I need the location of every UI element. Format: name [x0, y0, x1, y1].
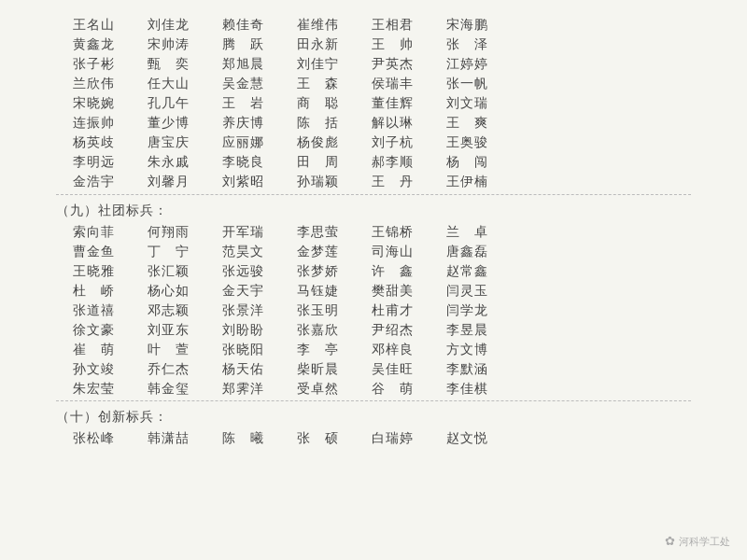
- name-cell: 马钰婕: [280, 283, 355, 300]
- name-cell: 甄 奕: [131, 56, 205, 73]
- name-cell: 陈 括: [280, 115, 355, 132]
- name-cell: 李昱晨: [430, 322, 504, 339]
- name-cell: 金天宇: [205, 283, 280, 300]
- name-cell: 杨心如: [131, 283, 205, 300]
- name-cell: 郑霁洋: [205, 381, 280, 398]
- name-cell: 江婷婷: [430, 56, 504, 73]
- name-cell: 金梦莲: [280, 244, 355, 260]
- table-row: 兰欣伟任大山吴金慧王 森侯瑞丰张一帆: [56, 76, 691, 92]
- divider-top-9: [56, 194, 691, 195]
- name-cell: 尹英杰: [355, 56, 430, 73]
- name-cell: 王伊楠: [430, 174, 504, 190]
- name-cell: 杨天佑: [205, 361, 280, 378]
- name-cell: 刘佳龙: [131, 17, 205, 34]
- name-cell: 张一帆: [430, 76, 504, 92]
- name-cell: 田 周: [280, 154, 355, 171]
- name-cell: 连振帅: [56, 115, 131, 132]
- name-cell: 田永新: [280, 36, 355, 53]
- name-cell: 索向菲: [56, 224, 131, 241]
- name-cell: 张远骏: [205, 263, 280, 280]
- table-row: 张松峰韩潇喆陈 曦张 硕白瑞婷赵文悦: [56, 430, 691, 447]
- name-cell: 叶 萱: [131, 342, 205, 358]
- table-row: 朱宏莹韩金玺郑霁洋受卓然谷 萌李佳棋: [56, 381, 691, 398]
- name-cell: 王晓雅: [56, 263, 131, 280]
- name-cell: 柴昕晨: [280, 361, 355, 378]
- name-cell: 孙瑞颖: [280, 174, 355, 190]
- name-cell: 张梦娇: [280, 263, 355, 280]
- name-cell: 董少博: [131, 115, 205, 132]
- name-cell: 刘亚东: [131, 322, 205, 339]
- top-names-block: 王名山刘佳龙赖佳奇崔维伟王相君宋海鹏黄鑫龙宋帅涛腾 跃田永新王 帅张 泽张子彬甄…: [56, 17, 691, 190]
- name-cell: 张嘉欣: [280, 322, 355, 339]
- name-cell: 张子彬: [56, 56, 131, 73]
- name-cell: 邓志颖: [131, 302, 205, 319]
- name-cell: 闫学龙: [430, 302, 504, 319]
- name-cell: 王奥骏: [430, 134, 504, 151]
- name-cell: 刘紫昭: [205, 174, 280, 190]
- name-cell: 杜 峤: [56, 283, 131, 300]
- name-cell: 王相君: [355, 17, 430, 34]
- name-cell: 韩金玺: [131, 381, 205, 398]
- name-cell: 张玉明: [280, 302, 355, 319]
- name-cell: 商 聪: [280, 95, 355, 112]
- section9-block: （九）社团标兵： 索向菲何翔雨开军瑞李思萤王锦桥兰 卓曹金鱼丁 宁范昊文金梦莲司…: [56, 194, 691, 401]
- table-row: 王名山刘佳龙赖佳奇崔维伟王相君宋海鹏: [56, 17, 691, 34]
- name-cell: 闫灵玉: [430, 283, 504, 300]
- name-cell: 杨 闯: [430, 154, 504, 171]
- name-cell: 刘文瑞: [430, 95, 504, 112]
- name-cell: 宋海鹏: [430, 17, 504, 34]
- name-cell: 吴佳旺: [355, 361, 430, 378]
- name-cell: 王 森: [280, 76, 355, 92]
- table-row: 宋晓婉孔几午王 岩商 聪董佳辉刘文瑞: [56, 95, 691, 112]
- table-row: 杨英歧唐宝庆应丽娜杨俊彪刘子杭王奥骏: [56, 134, 691, 151]
- section10-header: （十）创新标兵：: [56, 409, 691, 426]
- name-cell: 陈 曦: [205, 430, 280, 447]
- name-cell: 张景洋: [205, 302, 280, 319]
- name-cell: 董佳辉: [355, 95, 430, 112]
- table-row: 杜 峤杨心如金天宇马钰婕樊甜美闫灵玉: [56, 283, 691, 300]
- name-cell: 曹金鱼: [56, 244, 131, 260]
- name-cell: 李思萤: [280, 224, 355, 241]
- name-cell: 李 亭: [280, 342, 355, 358]
- name-cell: 樊甜美: [355, 283, 430, 300]
- table-row: 索向菲何翔雨开军瑞李思萤王锦桥兰 卓: [56, 224, 691, 241]
- name-cell: 孙文竣: [56, 361, 131, 378]
- name-cell: 李佳棋: [430, 381, 504, 398]
- name-cell: 侯瑞丰: [355, 76, 430, 92]
- name-cell: 张汇颖: [131, 263, 205, 280]
- name-cell: 张晓阳: [205, 342, 280, 358]
- name-cell: 白瑞婷: [355, 430, 430, 447]
- name-cell: 朱宏莹: [56, 381, 131, 398]
- name-cell: 王名山: [56, 17, 131, 34]
- name-cell: 杨俊彪: [280, 134, 355, 151]
- name-cell: 王锦桥: [355, 224, 430, 241]
- watermark-text: 河科学工处: [679, 535, 730, 549]
- name-cell: 兰 卓: [430, 224, 504, 241]
- divider-bottom-9: [56, 400, 691, 401]
- name-cell: 张松峰: [56, 430, 131, 447]
- table-row: 张子彬甄 奕郑旭晨刘佳宁尹英杰江婷婷: [56, 56, 691, 73]
- name-cell: 刘馨月: [131, 174, 205, 190]
- section9-header: （九）社团标兵：: [56, 203, 691, 219]
- name-cell: 杨英歧: [56, 134, 131, 151]
- name-cell: 杜甫才: [355, 302, 430, 319]
- table-row: 李明远朱永戚李晓良田 周郝李顺杨 闯: [56, 154, 691, 171]
- table-row: 曹金鱼丁 宁范昊文金梦莲司海山唐鑫磊: [56, 244, 691, 260]
- name-cell: 赵常鑫: [430, 263, 504, 280]
- name-cell: 李晓良: [205, 154, 280, 171]
- name-cell: 邓梓良: [355, 342, 430, 358]
- name-cell: 宋晓婉: [56, 95, 131, 112]
- table-row: 孙文竣乔仁杰杨天佑柴昕晨吴佳旺李默涵: [56, 361, 691, 378]
- name-cell: 刘佳宁: [280, 56, 355, 73]
- name-cell: 郝李顺: [355, 154, 430, 171]
- name-cell: 孔几午: [131, 95, 205, 112]
- name-cell: 朱永戚: [131, 154, 205, 171]
- name-cell: 乔仁杰: [131, 361, 205, 378]
- name-cell: 丁 宁: [131, 244, 205, 260]
- name-cell: 赵文悦: [430, 430, 504, 447]
- name-cell: 兰欣伟: [56, 76, 131, 92]
- name-cell: 解以琳: [355, 115, 430, 132]
- name-cell: 腾 跃: [205, 36, 280, 53]
- name-cell: 唐鑫磊: [430, 244, 504, 260]
- name-cell: 范昊文: [205, 244, 280, 260]
